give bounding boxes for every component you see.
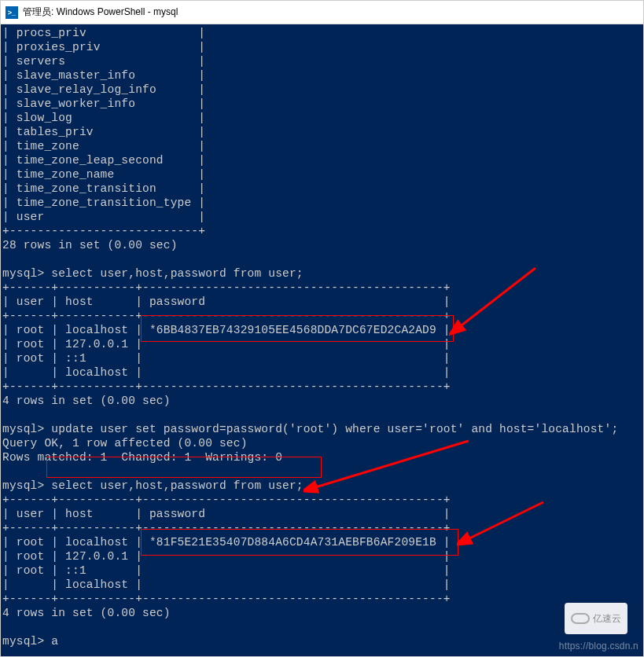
- terminal-line: mysql> update user set password=password…: [2, 422, 643, 436]
- terminal-line: | user |: [2, 210, 643, 224]
- terminal-line: [2, 252, 643, 266]
- terminal-line: Query OK, 1 row affected (0.00 sec): [2, 436, 643, 450]
- terminal-line: | slow_log |: [2, 111, 643, 125]
- terminal-line: | root | ::1 | |: [2, 351, 643, 365]
- terminal-line: | root | 127.0.0.1 | |: [2, 549, 643, 563]
- terminal-line: | time_zone_name |: [2, 167, 643, 182]
- terminal-line: | user | host | password |: [2, 507, 643, 521]
- terminal-line: | root | localhost | *81F5E21E35407D884A…: [2, 535, 643, 549]
- terminal-line: 4 rows in set (0.00 sec): [2, 394, 643, 408]
- terminal-line: | time_zone_leap_second |: [2, 153, 643, 167]
- terminal-line: | slave_master_info |: [2, 68, 643, 83]
- terminal-line: | time_zone_transition |: [2, 182, 643, 196]
- terminal-line: 4 rows in set (0.00 sec): [2, 606, 643, 620]
- terminal-line: | tables_priv |: [2, 125, 643, 139]
- terminal-line: [2, 408, 643, 422]
- terminal-line: [2, 620, 643, 634]
- terminal-line: [2, 464, 643, 479]
- app-window: >_ 管理员: Windows PowerShell - mysql | pro…: [0, 0, 644, 657]
- powershell-icon: >_: [6, 6, 18, 19]
- terminal-line: +------+-----------+--------------------…: [2, 493, 643, 507]
- terminal-line: 28 rows in set (0.00 sec): [2, 238, 643, 252]
- terminal-line: mysql> a: [2, 634, 643, 648]
- terminal-line: | root | ::1 | |: [2, 563, 643, 578]
- terminal-line: +------+-----------+--------------------…: [2, 592, 643, 606]
- titlebar[interactable]: >_ 管理员: Windows PowerShell - mysql: [1, 1, 643, 24]
- terminal-line: mysql> select user,host,password from us…: [2, 479, 643, 493]
- terminal-line: | procs_priv |: [2, 26, 643, 40]
- watermark-logo: 亿速云: [565, 603, 627, 634]
- terminal-line: +------+-----------+--------------------…: [2, 380, 643, 394]
- terminal-line: mysql> select user,host,password from us…: [2, 266, 643, 281]
- terminal-line: | root | 127.0.0.1 | |: [2, 337, 643, 351]
- terminal-line: | time_zone |: [2, 139, 643, 153]
- terminal-line: | slave_relay_log_info |: [2, 83, 643, 97]
- watermark-logo-text: 亿速云: [593, 611, 622, 626]
- terminal-line: +------+-----------+--------------------…: [2, 521, 643, 535]
- terminal-line: | servers |: [2, 54, 643, 68]
- terminal-line: | time_zone_transition_type |: [2, 196, 643, 210]
- terminal-line: Rows matched: 1 Changed: 1 Warnings: 0: [2, 450, 643, 464]
- terminal-line: | root | localhost | *6BB4837EB74329105E…: [2, 323, 643, 337]
- terminal-line: | slave_worker_info |: [2, 97, 643, 111]
- cloud-icon: [571, 613, 590, 624]
- terminal-line: | | localhost | |: [2, 365, 643, 380]
- terminal-line: | user | host | password |: [2, 295, 643, 309]
- terminal-line: +------+-----------+--------------------…: [2, 309, 643, 323]
- terminal-output[interactable]: | procs_priv || proxies_priv || servers …: [1, 24, 643, 656]
- terminal-line: | | localhost | |: [2, 578, 643, 592]
- terminal-line: +---------------------------+: [2, 224, 643, 238]
- watermark-url: https://blog.csdn.n: [559, 639, 638, 653]
- terminal-line: | proxies_priv |: [2, 40, 643, 54]
- window-title: 管理员: Windows PowerShell - mysql: [23, 6, 178, 19]
- terminal-line: +------+-----------+--------------------…: [2, 281, 643, 295]
